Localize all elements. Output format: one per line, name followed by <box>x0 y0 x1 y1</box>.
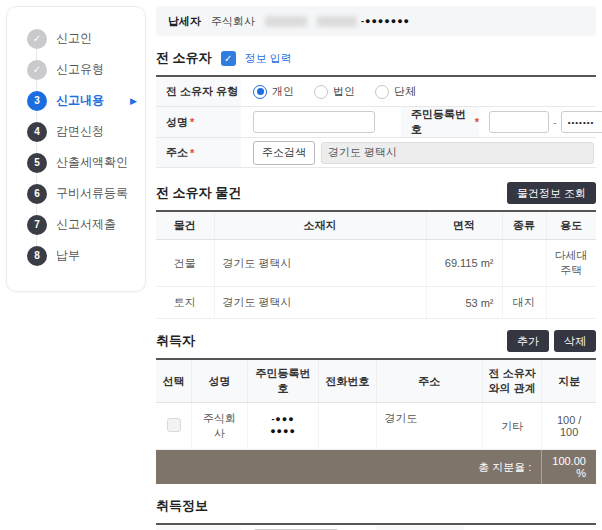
taxpayer-masked-id: -●●●●●●● <box>361 16 410 26</box>
cell-area: 53 m² <box>426 287 502 319</box>
radio-icon <box>314 85 328 99</box>
table-row: 토지 경기도 평택시 53 m² 대지 <box>156 287 596 319</box>
step-number-badge: 4 <box>27 122 47 142</box>
cell-kind <box>502 240 546 287</box>
address-readonly-field: 경기도 평택시 <box>321 142 594 164</box>
redacted-id-block <box>317 16 357 27</box>
owner-type-label: 전 소유자 유형 <box>166 84 238 99</box>
step-label: 구비서류등록 <box>56 185 128 202</box>
acquirer-row: 주식회사 -●●●●●●● 경기도 기타 100 / 100 <box>156 403 596 450</box>
prev-owner-property-table: 물건 소재지 면적 종류 용도 건물 경기도 평택시 69.115 m² 다세대… <box>156 210 596 319</box>
cell-address: 경기도 <box>376 403 482 450</box>
prev-owner-form: 전 소유자 유형 개인 법인 단체 성 <box>156 75 596 168</box>
cell-rrn-masked: -●●●●●●● <box>247 403 318 450</box>
step-label: 신고유형 <box>56 61 104 78</box>
prev-owner-title: 전 소유자 <box>156 49 212 67</box>
sidebar-step-singoin[interactable]: ✓ 신고인 <box>7 23 145 54</box>
info-input-checkbox[interactable]: ✓ <box>221 51 236 66</box>
owner-name-input[interactable] <box>253 111 375 133</box>
total-share-label: 총 지분율 : <box>156 450 542 485</box>
sidebar-step-documents[interactable]: 6 구비서류등록 <box>7 178 145 209</box>
step-number-badge: 8 <box>27 246 47 266</box>
cell-location: 경기도 평택시 <box>214 240 426 287</box>
rrn-label: 주민등록번호 <box>411 107 473 137</box>
acquirer-title: 취득자 <box>156 332 195 350</box>
acquirer-table: 선택 성명 주민등록번호 전화번호 주소 전 소유자와의 관계 지분 주식회사 … <box>156 358 596 484</box>
cell-type: 토지 <box>156 287 214 319</box>
radio-corporation[interactable]: 법인 <box>314 84 355 99</box>
radio-selected-icon <box>253 85 267 99</box>
radio-icon <box>375 85 389 99</box>
total-share-row: 총 지분율 : 100.00 % <box>156 450 596 485</box>
col-header-rrn: 주민등록번호 <box>247 359 318 403</box>
step-number-badge: 6 <box>27 184 47 204</box>
name-label: 성명 <box>166 115 188 130</box>
prev-owner-property-title: 전 소유자 물건 <box>156 184 241 202</box>
col-header-phone: 전화번호 <box>319 359 376 403</box>
radio-label: 단체 <box>394 84 416 99</box>
col-header-relation: 전 소유자와의 관계 <box>482 359 541 403</box>
total-share-value: 100.00 % <box>542 450 596 485</box>
col-header-area: 면적 <box>426 211 502 240</box>
add-acquirer-button[interactable]: 추가 <box>507 330 549 352</box>
radio-organization[interactable]: 단체 <box>375 84 416 99</box>
col-header-property: 물건 <box>156 211 214 240</box>
step-label: 감면신청 <box>56 123 104 140</box>
active-step-arrow-icon: ▶ <box>130 96 137 106</box>
step-done-check-icon: ✓ <box>27 60 47 80</box>
redacted-name-block <box>265 16 307 27</box>
step-number-badge: 7 <box>27 215 47 235</box>
sidebar-step-singo-content[interactable]: 3 신고내용 ▶ <box>7 85 145 116</box>
cell-type: 건물 <box>156 240 214 287</box>
radio-individual[interactable]: 개인 <box>253 84 294 99</box>
address-search-button[interactable]: 주소검색 <box>253 141 315 165</box>
taxpayer-name: 주식회사 <box>211 14 255 29</box>
rrn-dash: - <box>553 116 557 128</box>
cell-name: 주식회사 <box>192 403 247 450</box>
col-header-name: 성명 <box>192 359 247 403</box>
sidebar-step-submit[interactable]: 7 신고서제출 <box>7 209 145 240</box>
radio-label: 개인 <box>272 84 294 99</box>
step-label: 납부 <box>56 247 80 264</box>
required-mark: * <box>190 147 194 159</box>
cell-relation: 기타 <box>482 403 541 450</box>
info-input-checkbox-label: 정보 입력 <box>245 51 292 66</box>
col-header-select: 선택 <box>156 359 192 403</box>
rrn-back-masked-input[interactable]: ••••••• <box>561 111 602 133</box>
step-label: 신고서제출 <box>56 216 116 233</box>
acquisition-info-title: 취득정보 <box>156 497 208 515</box>
rrn-front-input[interactable] <box>489 111 549 133</box>
step-number-badge: 5 <box>27 153 47 173</box>
col-header-address: 주소 <box>376 359 482 403</box>
cell-use <box>546 287 596 319</box>
sidebar-step-tax-check[interactable]: 5 산출세액확인 <box>7 147 145 178</box>
step-label: 신고내용 <box>56 92 104 109</box>
cell-location: 경기도 평택시 <box>214 287 426 319</box>
address-label: 주소 <box>166 145 188 160</box>
step-number-badge: 3 <box>27 91 47 111</box>
cell-phone <box>319 403 376 450</box>
step-done-check-icon: ✓ <box>27 29 47 49</box>
col-header-location: 소재지 <box>214 211 426 240</box>
table-row: 건물 경기도 평택시 69.115 m² 다세대주택 <box>156 240 596 287</box>
col-header-kind: 종류 <box>502 211 546 240</box>
cell-area: 69.115 m² <box>426 240 502 287</box>
radio-label: 법인 <box>333 84 355 99</box>
step-label: 신고인 <box>56 30 92 47</box>
sidebar-step-gammyeon[interactable]: 4 감면신청 <box>7 116 145 147</box>
step-label: 산출세액확인 <box>56 154 128 171</box>
taxpayer-label: 납세자 <box>168 14 201 29</box>
delete-acquirer-button[interactable]: 삭제 <box>554 330 596 352</box>
col-header-share: 지분 <box>542 359 596 403</box>
cell-share: 100 / 100 <box>542 403 596 450</box>
cell-kind: 대지 <box>502 287 546 319</box>
app-window: ✓ 신고인 ✓ 신고유형 3 신고내용 ▶ 4 감면신청 5 산출세액확인 6 <box>0 0 602 530</box>
acquisition-form: 취득일자* 2024-03-08 취득원인 경락 취득가격* 원 매각허가 결정… <box>156 523 596 530</box>
sidebar-step-payment[interactable]: 8 납부 <box>7 240 145 271</box>
row-select-checkbox[interactable] <box>167 418 181 432</box>
taxpayer-bar: 납세자 주식회사 -●●●●●●● <box>156 6 596 36</box>
step-sidebar: ✓ 신고인 ✓ 신고유형 3 신고내용 ▶ 4 감면신청 5 산출세액확인 6 <box>6 6 146 292</box>
sidebar-step-singo-type[interactable]: ✓ 신고유형 <box>7 54 145 85</box>
col-header-use: 용도 <box>546 211 596 240</box>
property-lookup-button[interactable]: 물건정보 조회 <box>507 182 596 204</box>
